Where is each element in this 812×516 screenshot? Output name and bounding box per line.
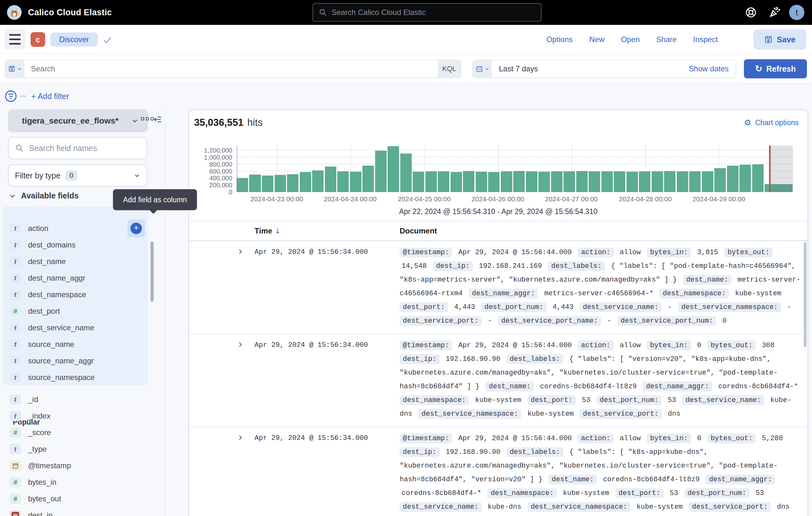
histogram-bar[interactable] xyxy=(362,166,374,192)
histogram-bar[interactable] xyxy=(626,172,638,192)
histogram-bar[interactable] xyxy=(312,170,324,192)
histogram-bar[interactable] xyxy=(714,168,726,192)
histogram-bar[interactable] xyxy=(261,175,273,192)
histogram-bar[interactable] xyxy=(299,172,312,192)
histogram-bar[interactable] xyxy=(701,171,714,192)
histogram-bar[interactable] xyxy=(752,164,764,192)
global-search-input[interactable]: Search Calico Cloud Elastic xyxy=(313,3,542,22)
field-item-dest_ip[interactable]: IPdest_ip xyxy=(3,507,148,516)
table-scrollbar[interactable] xyxy=(804,242,807,347)
menu-hamburger-button[interactable] xyxy=(4,29,25,50)
filter-by-type-dropdown[interactable]: Filter by type 0 xyxy=(8,164,147,187)
menu-item-inspect[interactable]: Inspect xyxy=(693,35,718,44)
histogram-bar[interactable] xyxy=(588,171,601,192)
query-language-button[interactable]: KQL xyxy=(438,60,461,77)
field-item-_id[interactable]: t_id xyxy=(3,391,148,408)
histogram-bar[interactable] xyxy=(375,151,387,192)
time-range-value[interactable]: Last 7 days xyxy=(492,60,682,77)
calico-logo-icon[interactable] xyxy=(7,5,22,20)
kql-query-input[interactable]: Search xyxy=(25,60,438,77)
sidebar-scrollbar[interactable] xyxy=(150,241,154,302)
index-pattern-selector[interactable]: tigera_secure_ee_flows* xyxy=(8,109,148,132)
field-item-dest_domains[interactable]: tdest_domains xyxy=(3,237,148,253)
field-item-dest_name[interactable]: tdest_name xyxy=(3,253,148,270)
histogram-plot[interactable] xyxy=(236,145,793,192)
expand-row-icon[interactable] xyxy=(237,432,255,514)
user-avatar[interactable]: t xyxy=(789,5,804,20)
histogram-bar[interactable] xyxy=(538,172,550,192)
field-search-input[interactable]: Search field names xyxy=(8,137,147,159)
field-item-@timestamp[interactable]: @timestamp xyxy=(3,457,148,474)
histogram-bar[interactable] xyxy=(638,171,651,192)
histogram-bar[interactable] xyxy=(601,171,613,192)
histogram-bar[interactable] xyxy=(249,174,261,192)
histogram-bar[interactable] xyxy=(550,171,563,192)
breadcrumb-discover[interactable]: Discover xyxy=(50,32,98,47)
histogram-bar[interactable] xyxy=(563,171,575,192)
field-item-_index[interactable]: t_index xyxy=(3,408,148,424)
field-item-dest_port[interactable]: #dest_port xyxy=(3,303,148,320)
filter-settings-icon[interactable] xyxy=(5,90,17,102)
expand-row-icon[interactable] xyxy=(237,246,255,328)
field-item-bytes_out[interactable]: #bytes_out xyxy=(3,490,148,507)
field-item-dest_namespace[interactable]: tdest_namespace xyxy=(3,287,148,303)
histogram-bar[interactable] xyxy=(488,172,500,192)
field-item-dest_name_aggr[interactable]: tdest_name_aggr xyxy=(3,270,148,287)
refresh-button[interactable]: ↻ Refresh xyxy=(744,59,807,78)
histogram-bar[interactable] xyxy=(274,175,286,192)
histogram-bar[interactable] xyxy=(450,172,462,192)
histogram-bar[interactable] xyxy=(425,171,437,192)
news-party-popper-icon[interactable] xyxy=(768,6,781,19)
sort-descending-icon[interactable]: ↓ xyxy=(275,227,281,235)
field-item-bytes_in[interactable]: #bytes_in xyxy=(3,474,148,490)
histogram-bar[interactable] xyxy=(412,172,425,192)
histogram-bar[interactable] xyxy=(387,146,399,192)
table-density-icon[interactable] xyxy=(141,117,154,120)
field-item-_type[interactable]: t_type xyxy=(3,441,148,457)
histogram-bar[interactable] xyxy=(400,154,412,192)
menu-item-share[interactable]: Share xyxy=(657,35,677,44)
field-item-source_name_aggr[interactable]: tsource_name_aggr xyxy=(3,353,148,369)
histogram-bar[interactable] xyxy=(689,171,701,192)
histogram-bar[interactable] xyxy=(437,171,450,192)
histogram-bar[interactable] xyxy=(286,174,299,192)
histogram-bar[interactable] xyxy=(576,171,588,192)
help-icon[interactable] xyxy=(745,6,757,19)
histogram-bar[interactable] xyxy=(475,172,488,192)
collapse-sidebar-icon[interactable] xyxy=(152,115,162,126)
histogram-bar[interactable] xyxy=(462,171,475,192)
chart-options-button[interactable]: ⚙ Chart options xyxy=(744,118,799,127)
field-item-dest_service_name[interactable]: tdest_service_name xyxy=(3,320,148,336)
histogram-bar[interactable] xyxy=(337,171,349,192)
menu-item-new[interactable]: New xyxy=(589,35,605,44)
histogram-bar[interactable] xyxy=(739,165,751,192)
save-button[interactable]: Save xyxy=(753,29,806,50)
histogram-bar[interactable] xyxy=(651,171,663,192)
menu-item-open[interactable]: Open xyxy=(621,35,640,44)
histogram-bar[interactable] xyxy=(513,171,525,192)
histogram-bar[interactable] xyxy=(500,171,513,192)
histogram-bar[interactable] xyxy=(676,171,689,192)
histogram-bar[interactable] xyxy=(324,167,337,192)
space-badge[interactable]: c xyxy=(31,32,45,47)
field-item-action[interactable]: taction+ xyxy=(3,220,148,237)
app-title: Calico Cloud Elastic xyxy=(28,8,112,18)
date-quick-menu-button[interactable] xyxy=(473,60,492,77)
expand-row-icon[interactable] xyxy=(237,338,255,421)
histogram-bar[interactable] xyxy=(613,171,626,192)
field-item-_score[interactable]: #_score xyxy=(3,424,148,441)
menu-item-options[interactable]: Options xyxy=(546,35,573,44)
histogram-bar[interactable] xyxy=(726,166,739,192)
histogram-bar[interactable] xyxy=(525,171,538,192)
field-item-source_name[interactable]: tsource_name xyxy=(3,336,148,353)
add-field-as-column-button[interactable]: + xyxy=(127,219,145,237)
histogram-bar[interactable] xyxy=(663,171,676,192)
available-fields-header[interactable]: Available fields xyxy=(9,191,79,200)
row-timestamp: Apr 29, 2024 @ 15:56:34.000 xyxy=(255,338,400,421)
saved-query-menu-button[interactable] xyxy=(5,60,25,77)
show-dates-link[interactable]: Show dates xyxy=(682,60,736,77)
histogram-bar[interactable] xyxy=(349,172,362,192)
add-filter-link[interactable]: + Add filter xyxy=(31,92,69,101)
field-item-source_namespace[interactable]: tsource_namespace xyxy=(3,369,148,386)
time-column-header[interactable]: Time↓ xyxy=(255,226,400,235)
